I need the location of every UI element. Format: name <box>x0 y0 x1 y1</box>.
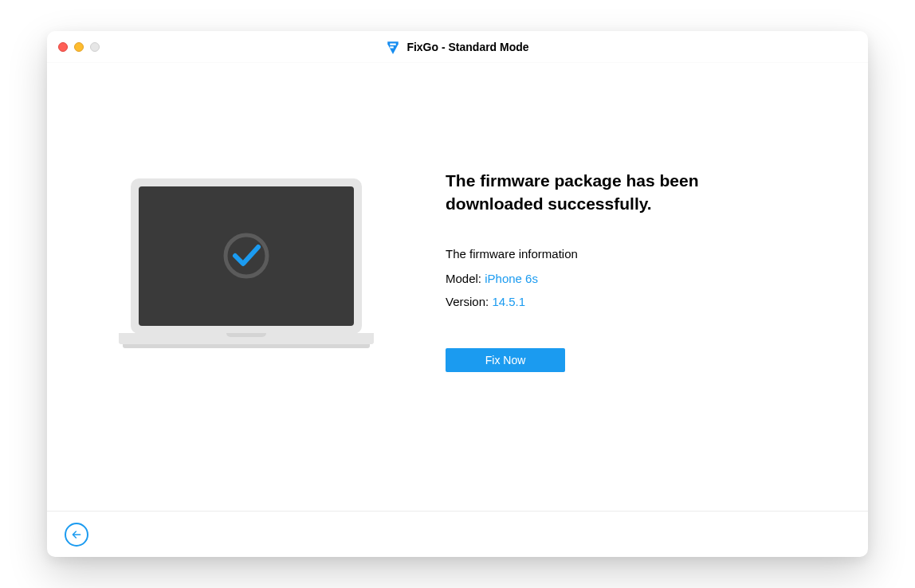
version-value: 14.5.1 <box>492 295 525 308</box>
status-heading: The firmware package has been downloaded… <box>446 170 796 215</box>
footer <box>47 511 868 557</box>
main-content: The firmware package has been downloaded… <box>47 63 868 511</box>
app-window: FixGo - Standard Mode The firmware packa… <box>47 31 868 557</box>
laptop-base <box>119 333 374 344</box>
minimize-window-button[interactable] <box>74 42 84 52</box>
arrow-left-icon <box>70 528 83 541</box>
svg-rect-1 <box>139 186 354 326</box>
laptop-illustration <box>119 178 374 348</box>
fix-now-button-label: Fix Now <box>485 354 526 367</box>
model-label: Model: <box>446 272 481 285</box>
info-panel: The firmware package has been downloaded… <box>446 154 796 372</box>
close-window-button[interactable] <box>58 42 68 52</box>
window-title: FixGo - Standard Mode <box>406 41 528 53</box>
titlebar: FixGo - Standard Mode <box>47 31 868 63</box>
version-row: Version: 14.5.1 <box>446 295 796 308</box>
model-row: Model: iPhone 6s <box>446 272 796 285</box>
title-wrap: FixGo - Standard Mode <box>386 40 528 54</box>
window-controls <box>58 42 100 52</box>
laptop-screen-icon <box>131 178 362 334</box>
version-label: Version: <box>446 295 489 308</box>
back-button[interactable] <box>65 523 88 547</box>
app-logo-icon <box>386 40 400 54</box>
model-value: iPhone 6s <box>485 272 538 285</box>
maximize-window-button <box>90 42 100 52</box>
fix-now-button[interactable]: Fix Now <box>446 348 565 372</box>
firmware-info-heading: The firmware information <box>446 247 796 261</box>
